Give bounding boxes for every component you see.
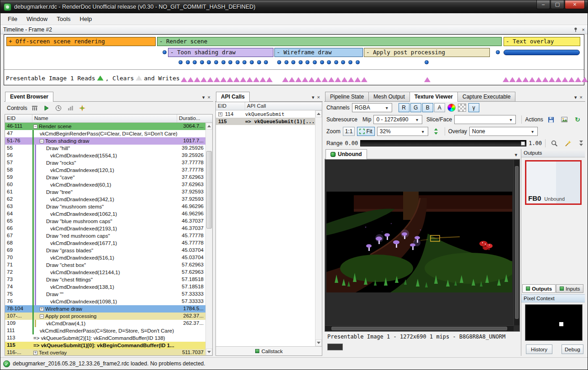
timeline-event-dot[interactable] (327, 60, 331, 64)
range-white-handle[interactable] (521, 141, 525, 146)
mip-dropdown[interactable]: 0 - 1272x690 ▾ (373, 115, 422, 124)
panel-menu-icon[interactable]: ▾ (202, 95, 205, 99)
save-icon[interactable] (546, 115, 556, 124)
timeline-write-triangle[interactable] (194, 77, 200, 82)
zoom-range-icon[interactable] (549, 139, 560, 148)
timeline-event-dot[interactable] (341, 60, 345, 64)
timeline-write-triangle[interactable] (503, 77, 509, 82)
stats-icon[interactable] (66, 104, 75, 112)
event-row[interactable]: 56vkCmdDrawIndexed(1554,1)39.25926 (5, 152, 205, 159)
event-row[interactable]: 62vkCmdDrawIndexed(342,1)37.92593 (5, 196, 205, 203)
event-row[interactable]: 57Draw "rocks"37.77778 (5, 159, 205, 167)
timeline-event-dot[interactable] (250, 60, 254, 64)
event-row[interactable]: 68vkCmdDrawIndexed(1677,1)45.77778 (5, 240, 205, 247)
scroll-up-icon[interactable] (206, 123, 212, 130)
timeline-write-triangle[interactable] (529, 77, 536, 82)
timeline-write-triangle[interactable] (315, 77, 321, 82)
go-icon[interactable] (42, 104, 51, 112)
timeline-write-triangle[interactable] (214, 77, 220, 82)
viewport-vertical-scrollbar[interactable] (514, 160, 520, 325)
timeline-write-triangle[interactable] (253, 77, 259, 82)
event-row[interactable]: 70vkCmdDrawIndexed(516,1)45.03704 (5, 254, 205, 261)
event-row[interactable]: 75Draw ""57.33333 (5, 291, 205, 298)
zoom-1to1-button[interactable]: 1:1 (343, 127, 355, 136)
event-row[interactable]: 63Draw "mushroom stems"46.96296 (5, 203, 205, 210)
event-row[interactable]: 74vkCmdDrawIndexed(138,1)57.18518 (5, 283, 205, 291)
tab-unbound-texture[interactable]: Unbound (326, 149, 367, 159)
timeline-event-dot[interactable] (200, 60, 204, 64)
timeline-write-triangle[interactable] (328, 77, 335, 82)
timeline-marker-bar[interactable]: - Wireframe draw (274, 48, 363, 57)
timeline-write-triangle[interactable] (181, 77, 187, 82)
color-wheel-icon[interactable] (447, 104, 456, 112)
timeline-merged-events-pill[interactable] (504, 50, 580, 55)
timeline-write-triangle[interactable] (568, 77, 575, 82)
tree-expander[interactable]: − (40, 314, 44, 318)
timeline-event-dot[interactable] (178, 60, 183, 64)
event-row[interactable]: 73Draw "chest fittings"57.18518 (5, 276, 205, 283)
timeline-event-dot[interactable] (257, 60, 261, 64)
panel-menu-icon[interactable]: ▾ (312, 95, 315, 99)
viewport-horizontal-scrollbar[interactable] (325, 325, 514, 331)
tree-expander[interactable]: + (33, 351, 37, 355)
title-bar[interactable]: debugmarker.rdc - RenderDoc Unofficial r… (0, 0, 588, 13)
callstack-bar[interactable]: Callstack (216, 346, 322, 355)
timeline-write-triangle[interactable] (321, 77, 328, 82)
timeline-event-dot[interactable] (193, 60, 197, 64)
channel-g-button[interactable]: G (410, 103, 421, 112)
timeline-write-triangle[interactable] (233, 77, 240, 82)
scroll-up-icon[interactable] (315, 110, 322, 117)
timeline-write-triangle[interactable] (289, 77, 295, 82)
clock-icon[interactable] (54, 104, 63, 112)
zoom-level-dropdown[interactable]: 32% ▾ (377, 127, 428, 136)
timeline-write-triangle[interactable] (335, 77, 341, 82)
scroll-thumb[interactable] (515, 166, 519, 319)
tab-pipeline-state[interactable]: Pipeline State (325, 92, 369, 101)
checkerboard-background-icon[interactable] (458, 104, 466, 112)
timeline-marker-bar[interactable]: + Off-screen scene rendering (6, 37, 156, 46)
export-icon[interactable] (31, 104, 39, 112)
event-row[interactable]: 115=> vkQueueSubmit(1)[0]: vkBeginComman… (5, 342, 205, 349)
timeline-write-triangle[interactable] (247, 77, 253, 82)
maximize-button[interactable]: ▢ (551, 0, 564, 9)
timeline-write-triangle[interactable] (187, 77, 194, 82)
fb0-thumbnail[interactable]: FB0 Unbound (525, 160, 582, 205)
api-call-row[interactable]: 115=> vkQueueSubmit(1)[... (216, 118, 315, 125)
range-min-value[interactable]: 0.00 (345, 140, 358, 146)
event-row[interactable]: 111vkCmdEndRenderPass(C=Store, D=Store, … (5, 327, 205, 334)
menu-item-file[interactable]: File (3, 14, 22, 24)
timeline-write-triangle[interactable] (227, 77, 233, 82)
timeline-write-triangle[interactable] (549, 77, 555, 82)
timeline-event-dot[interactable] (334, 60, 338, 64)
timeline-event-dot[interactable] (320, 60, 324, 64)
timeline-canvas[interactable]: Presentable Image 1 Reads , Clears and W… (4, 34, 584, 85)
timeline-event-dot[interactable] (284, 60, 289, 64)
timeline-event-dot[interactable] (242, 60, 247, 64)
range-max-value[interactable]: 1.00 (529, 140, 542, 146)
gamma-button[interactable]: γ (468, 103, 479, 112)
api-calls-scrollbar[interactable] (315, 110, 322, 346)
debug-button[interactable]: Debug (562, 344, 583, 354)
timeline-marker-bar[interactable]: - Toon shading draw (168, 48, 273, 57)
event-row[interactable]: 59Draw "cave"37.62963 (5, 174, 205, 181)
panel-close-icon[interactable]: × (208, 95, 210, 99)
timeline-event-dot[interactable] (425, 60, 429, 64)
bookmark-icon[interactable] (78, 104, 87, 112)
timeline-event-dot[interactable] (299, 60, 303, 64)
export-image-icon[interactable] (559, 115, 570, 124)
event-row[interactable]: 109vkCmdDraw(4,1)262.37... (5, 320, 205, 327)
event-row[interactable]: 71Draw "chest box"57.62963 (5, 261, 205, 269)
timeline-write-triangle[interactable] (562, 77, 568, 82)
channel-b-button[interactable]: B (422, 103, 433, 112)
refresh-icon[interactable]: ↻ (572, 115, 583, 124)
panel-menu-icon[interactable]: ▾ (574, 95, 577, 99)
timeline-event-dot[interactable] (221, 60, 226, 64)
timeline-write-triangle[interactable] (424, 77, 430, 82)
timeline-write-triangle[interactable] (522, 77, 529, 82)
timeline-event-dot[interactable] (356, 60, 360, 64)
timeline-write-triangle[interactable] (260, 77, 266, 82)
channel-r-button[interactable]: R (399, 103, 410, 112)
timeline-write-triangle[interactable] (302, 77, 308, 82)
tree-expander[interactable]: + (40, 307, 44, 311)
timeline-marker-bar[interactable]: - Render scene (157, 37, 502, 46)
